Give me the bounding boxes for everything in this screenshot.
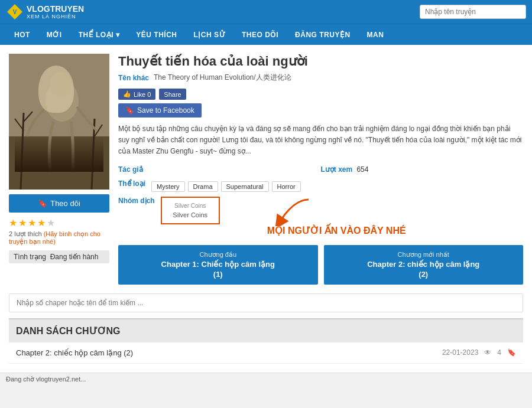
left-panel: 🔖 Theo dõi ★ ★ ★ ★ ★ 2 lượt thích (Hãy b… bbox=[9, 54, 109, 285]
star-1[interactable]: ★ bbox=[9, 217, 17, 229]
nav-follow[interactable]: THEO DÕI bbox=[233, 24, 287, 45]
info-grid: Tác giả Lượt xem 654 bbox=[118, 165, 523, 174]
search-input[interactable] bbox=[420, 5, 526, 19]
fb-like-button[interactable]: 👍 Like 0 bbox=[118, 89, 155, 100]
first-chapter-button[interactable]: Chương đầu Chapter 1: Chiếc hộp câm lặng… bbox=[118, 245, 318, 285]
alt-title-row: Tên khác The Theory of Human Evolution/人… bbox=[118, 73, 523, 83]
star-3[interactable]: ★ bbox=[28, 217, 36, 229]
genre-mystery[interactable]: Mystery bbox=[151, 181, 185, 192]
save-facebook-button[interactable]: 🔖 Save to Facebook bbox=[118, 103, 202, 117]
genre-supernatural[interactable]: Supernatural bbox=[221, 181, 269, 192]
star-2[interactable]: ★ bbox=[18, 217, 27, 229]
logo-icon: V bbox=[6, 3, 24, 21]
nav-hot[interactable]: HOT bbox=[6, 24, 38, 45]
genre-tags: Mystery Drama Supernatural Horror bbox=[151, 181, 301, 192]
cover-svg bbox=[9, 54, 109, 190]
star-4[interactable]: ★ bbox=[37, 217, 46, 229]
chapter-views: 4 bbox=[497, 348, 501, 357]
nav-history[interactable]: LỊCH SỬ bbox=[186, 24, 234, 45]
nav-genre[interactable]: THỂ LOẠI ▾ bbox=[70, 24, 128, 45]
views-section: Lượt xem 654 bbox=[321, 165, 524, 174]
cover-image bbox=[9, 54, 109, 190]
annotation-text: MỌI NGƯỜI ẤN VÀO ĐÂY NHÉ bbox=[267, 225, 406, 236]
bookmark-icon: 🔖 bbox=[38, 199, 47, 208]
annotation-arrow-svg bbox=[267, 197, 314, 226]
nav-man[interactable]: MAN bbox=[359, 24, 392, 45]
fb-share-button[interactable]: Share bbox=[159, 89, 186, 100]
right-panel: Thuyết tiến hóa của loài người Tên khác … bbox=[118, 54, 523, 285]
top-header: V VLOGTRUYEN XEM LÀ NGHIÊN bbox=[0, 0, 532, 24]
star-5[interactable]: ★ bbox=[47, 217, 55, 229]
stars-row: ★ ★ ★ ★ ★ bbox=[9, 217, 109, 229]
chapter-search-input[interactable] bbox=[9, 293, 523, 312]
latest-chapter-button[interactable]: Chương mới nhất Chapter 2: chiếc hộp câm… bbox=[324, 245, 524, 285]
chapter-meta: 22-01-2023 👁 4 🔖 bbox=[442, 348, 516, 357]
chapter-name: Chapter 2: chiếc hộp câm lặng (2) bbox=[16, 348, 133, 357]
chapter-list-title: DANH SÁCH CHƯƠNG bbox=[9, 318, 523, 342]
status-bar: Đang chờ vlogtruyen2.net... bbox=[0, 373, 532, 386]
nav-bar: HOT MỚI THỂ LOẠI ▾ YÊU THÍCH LỊCH SỬ THE… bbox=[0, 24, 532, 45]
logo-area: V VLOGTRUYEN XEM LÀ NGHIÊN bbox=[6, 3, 84, 21]
thumbsup-icon: 👍 bbox=[123, 90, 131, 98]
manga-title: Thuyết tiến hóa của loài người bbox=[118, 54, 523, 69]
author-label: Tác giả bbox=[118, 165, 321, 174]
translator-section: Nhóm dịch Silver Coins Silver Coins bbox=[118, 197, 523, 236]
eye-icon: 👁 bbox=[484, 348, 491, 357]
content-area: 🔖 Theo dõi ★ ★ ★ ★ ★ 2 lượt thích (Hãy b… bbox=[9, 54, 523, 285]
follow-button[interactable]: 🔖 Theo dõi bbox=[9, 194, 109, 213]
status-row: Tình trạng Đang tiến hành bbox=[9, 250, 109, 263]
bookmark-chapter-icon[interactable]: 🔖 bbox=[507, 348, 516, 357]
annotation-area: MỌI NGƯỜI ẤN VÀO ĐÂY NHÉ bbox=[267, 197, 406, 236]
logo-text: VLOGTRUYEN XEM LÀ NGHIÊN bbox=[27, 4, 84, 19]
svg-rect-12 bbox=[9, 54, 109, 190]
svg-point-11 bbox=[50, 71, 72, 97]
fb-buttons: 👍 Like 0 Share bbox=[118, 89, 523, 100]
nav-new[interactable]: MỚI bbox=[38, 24, 70, 45]
nav-upload[interactable]: ĐĂNG TRUYỆN bbox=[287, 24, 359, 45]
chapter-date: 22-01-2023 bbox=[442, 348, 478, 357]
manga-description: Một bộ sưu tập những câu chuyện kỳ lạ và… bbox=[118, 123, 523, 158]
translator-box[interactable]: Silver Coins Silver Coins bbox=[161, 197, 220, 224]
likes-text: 2 lượt thích (Hãy bình chọn cho truyện b… bbox=[9, 230, 109, 246]
bookmark-fb-icon: 🔖 bbox=[125, 106, 134, 115]
genre-horror[interactable]: Horror bbox=[272, 181, 301, 192]
nav-favorite[interactable]: YÊU THÍCH bbox=[128, 24, 185, 45]
main-container: 🔖 Theo dõi ★ ★ ★ ★ ★ 2 lượt thích (Hãy b… bbox=[0, 45, 532, 373]
chapter-buttons: Chương đầu Chapter 1: Chiếc hộp câm lặng… bbox=[118, 245, 523, 285]
table-row[interactable]: Chapter 2: chiếc hộp câm lặng (2) 22-01-… bbox=[9, 342, 523, 364]
genre-drama[interactable]: Drama bbox=[188, 181, 218, 192]
genre-section: Thể loại Mystery Drama Supernatural Horr… bbox=[118, 179, 523, 192]
svg-text:V: V bbox=[13, 9, 17, 15]
